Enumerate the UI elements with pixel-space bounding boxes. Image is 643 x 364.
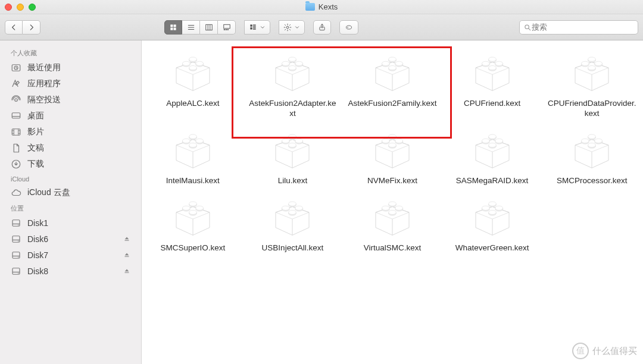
window-title: Kexts — [0, 2, 643, 11]
sidebar-section-title: iCloud — [0, 172, 141, 184]
file-name: CPUFriendDataProvider.kext — [547, 99, 636, 119]
sidebar-item-label: 最近使用 — [27, 62, 130, 73]
share-icon — [318, 23, 326, 32]
search-field[interactable] — [519, 20, 638, 34]
nav-group — [5, 20, 40, 34]
sidebar-item[interactable]: Disk7 — [0, 247, 141, 263]
close-button[interactable] — [5, 4, 12, 11]
file-item[interactable]: IntelMausi.kext — [143, 126, 243, 186]
file-name: USBInjectAll.kext — [262, 243, 324, 253]
kext-icon — [469, 126, 516, 174]
apps-icon — [11, 79, 21, 89]
titlebar: Kexts — [0, 0, 643, 14]
toolbar — [0, 14, 643, 40]
window-title-text: Kexts — [319, 2, 338, 11]
file-name: AppleALC.kext — [166, 99, 219, 109]
view-icon-button[interactable] — [164, 20, 182, 34]
file-item[interactable]: USBInjectAll.kext — [243, 193, 343, 253]
file-item[interactable]: CPUFriendDataProvider.kext — [542, 49, 642, 119]
file-item[interactable]: CPUFriend.kext — [442, 49, 542, 119]
file-name: SMCSuperIO.kext — [160, 243, 225, 253]
eject-icon[interactable] — [123, 236, 130, 243]
sidebar-item[interactable]: Disk8 — [0, 263, 141, 279]
file-item[interactable]: AppleALC.kext — [143, 49, 243, 119]
kext-icon — [469, 49, 516, 96]
file-item[interactable]: VirtualSMC.kext — [342, 193, 442, 253]
kext-icon — [369, 49, 416, 96]
kext-icon — [169, 49, 217, 96]
minimize-button[interactable] — [17, 4, 24, 11]
disk-icon — [11, 234, 21, 244]
view-column-button[interactable] — [200, 20, 218, 34]
sidebar-section-title: 个人收藏 — [0, 45, 141, 59]
sidebar: 个人收藏最近使用应用程序隔空投送桌面影片文稿下载iCloudiCloud 云盘位… — [0, 40, 142, 364]
kext-icon — [469, 193, 516, 241]
grid-icon — [169, 23, 177, 32]
sidebar-item[interactable]: 最近使用 — [0, 59, 141, 76]
sidebar-item[interactable]: 下载 — [0, 156, 141, 172]
kext-icon — [369, 193, 416, 241]
eject-icon[interactable] — [123, 252, 130, 259]
search-icon — [523, 23, 532, 32]
action-menu-button[interactable] — [279, 20, 305, 34]
disk-icon — [11, 266, 21, 277]
file-name: SASMegaRAID.kext — [456, 176, 529, 186]
group-by-button[interactable] — [244, 20, 270, 34]
action-group — [279, 20, 305, 34]
chevron-left-icon — [10, 23, 18, 32]
file-item[interactable]: WhateverGreen.kext — [442, 193, 542, 253]
sidebar-item[interactable]: iCloud 云盘 — [0, 184, 141, 200]
sidebar-item-label: 下载 — [27, 159, 130, 170]
file-name: Lilu.kext — [278, 176, 308, 186]
kext-icon — [369, 126, 416, 174]
sidebar-item[interactable]: 影片 — [0, 124, 141, 140]
tags-button[interactable] — [339, 20, 358, 34]
sidebar-item-label: iCloud 云盘 — [27, 187, 130, 198]
chevron-down-icon — [294, 24, 300, 30]
sidebar-item[interactable]: Disk6 — [0, 231, 141, 247]
sidebar-section-title: 位置 — [0, 200, 141, 215]
sidebar-item-label: 隔空投送 — [27, 95, 130, 105]
file-name: CPUFriend.kext — [464, 99, 520, 109]
eject-icon[interactable] — [123, 268, 130, 275]
group-by-group — [244, 20, 270, 34]
forward-button[interactable] — [23, 20, 40, 34]
content-area[interactable]: AppleALC.kextAstekFusion2Adapter.kextAst… — [142, 40, 643, 364]
gear-icon — [283, 23, 292, 32]
zoom-button[interactable] — [29, 4, 36, 11]
sidebar-item[interactable]: Disk1 — [0, 215, 141, 231]
view-mode-group — [164, 20, 236, 34]
file-item[interactable]: SASMegaRAID.kext — [442, 126, 542, 186]
downloads-icon — [11, 159, 21, 170]
file-item[interactable]: SMCSuperIO.kext — [143, 193, 243, 253]
documents-icon — [11, 143, 21, 153]
back-button[interactable] — [5, 20, 23, 34]
sidebar-item[interactable]: 应用程序 — [0, 76, 141, 92]
file-item[interactable]: SMCProcessor.kext — [542, 126, 642, 186]
gallery-icon — [223, 23, 231, 32]
file-item[interactable]: AstekFusion2Adapter.kext — [243, 49, 343, 119]
sidebar-item-label: Disk7 — [27, 250, 117, 260]
sidebar-item[interactable]: 文稿 — [0, 140, 141, 156]
file-item[interactable]: NVMeFix.kext — [342, 126, 442, 186]
movies-icon — [11, 127, 21, 137]
kext-icon — [169, 126, 217, 174]
view-gallery-button[interactable] — [218, 20, 236, 34]
search-input[interactable] — [532, 23, 634, 32]
kext-icon — [568, 49, 616, 96]
sidebar-item-label: 应用程序 — [27, 79, 130, 89]
window-controls — [5, 4, 36, 11]
folder-icon — [305, 3, 315, 11]
share-button[interactable] — [313, 20, 331, 34]
cloud-icon — [11, 187, 21, 198]
file-item[interactable]: AstekFusion2Family.kext — [342, 49, 442, 119]
sidebar-item[interactable]: 桌面 — [0, 108, 141, 124]
kext-icon — [269, 49, 316, 96]
view-list-button[interactable] — [182, 20, 200, 34]
disk-icon — [11, 250, 21, 261]
file-name: NVMeFix.kext — [367, 176, 417, 186]
columns-icon — [205, 23, 213, 32]
sidebar-item-label: 影片 — [27, 127, 130, 137]
sidebar-item[interactable]: 隔空投送 — [0, 92, 141, 108]
file-item[interactable]: Lilu.kext — [243, 126, 343, 186]
